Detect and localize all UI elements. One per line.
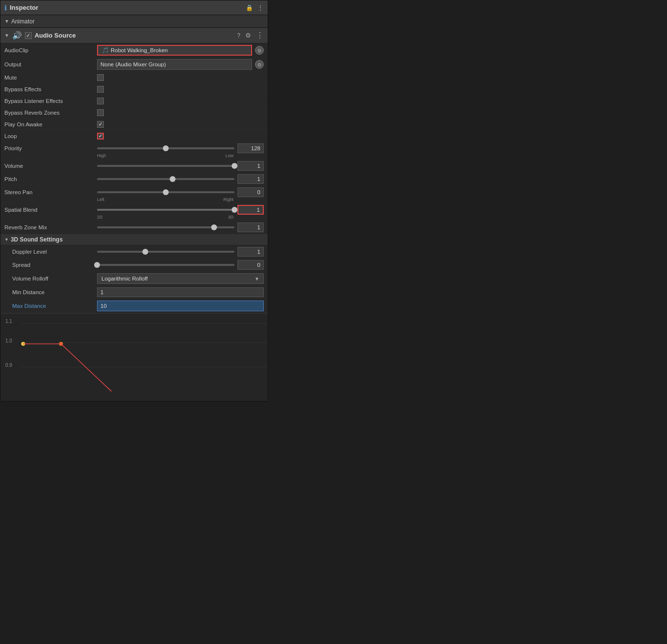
priority-label: Priority [4, 145, 97, 151]
tab-arrow: ▼ [4, 19, 9, 24]
bypass-effects-row: Bypass Effects [0, 83, 268, 95]
audioclip-select-btn[interactable]: ⊙ [255, 46, 264, 55]
speaker-icon: 🔊 [12, 31, 22, 40]
spatial-3d-label: 3D [228, 215, 234, 220]
stereo-pan-slider[interactable] [97, 188, 235, 196]
play-on-awake-checkbox[interactable] [97, 121, 104, 128]
max-distance-label: Max Distance [4, 303, 97, 309]
audioclip-field[interactable]: 🎵 Robot Walking_Broken [97, 45, 252, 56]
stereo-pan-row: Stereo Pan 0 Left Right [0, 186, 268, 203]
output-label: Output [4, 61, 97, 67]
output-value: None (Audio Mixer Group) [100, 61, 166, 67]
doppler-row: Doppler Level 1 [0, 245, 268, 259]
pitch-value[interactable]: 1 [237, 174, 264, 184]
graph-area: 1.1 1.0 0.9 [0, 313, 268, 401]
bypass-reverb-row: Bypass Reverb Zones [0, 107, 268, 119]
play-on-awake-row: Play On Awake [0, 119, 268, 130]
min-distance-row: Min Distance [0, 286, 268, 299]
tab-animator[interactable]: Animator [11, 18, 35, 25]
stereo-left-label: Left [97, 197, 104, 202]
component-title: Audio Source [35, 32, 76, 39]
inspector-title: Inspector [10, 4, 39, 11]
doppler-label: Doppler Level [4, 249, 97, 255]
title-bar: ℹ Inspector 🔒 ⋮ [0, 0, 268, 15]
audioclip-label: AudioClip [4, 47, 97, 53]
spatial-blend-label: Spatial Blend [4, 207, 97, 213]
sound3d-section-header[interactable]: ▼ 3D Sound Settings [0, 234, 268, 245]
priority-slider[interactable] [97, 144, 235, 152]
reverb-mix-row: Reverb Zone Mix 1 [0, 221, 268, 234]
bypass-listener-label: Bypass Listener Effects [4, 98, 97, 104]
volume-rolloff-value: Logarithmic Rolloff [101, 276, 148, 282]
bypass-reverb-checkbox[interactable] [97, 109, 104, 116]
mute-checkbox[interactable] [97, 74, 104, 81]
tab-bar: ▼ Animator [0, 15, 268, 28]
spatial-blend-row: Spatial Blend 1 2D 3D [0, 203, 268, 221]
output-select-btn[interactable]: ⊙ [255, 60, 264, 69]
info-icon: ℹ [4, 4, 7, 12]
spread-value[interactable]: 0 [237, 260, 264, 270]
stereo-pan-value[interactable]: 0 [237, 187, 264, 197]
volume-row: Volume 1 [0, 160, 268, 173]
volume-label: Volume [4, 163, 97, 169]
help-button[interactable]: ? [237, 32, 240, 39]
expand-arrow[interactable]: ▼ [4, 33, 9, 38]
priority-row: Priority 128 High Low [0, 142, 268, 160]
inspector-window: ℹ Inspector 🔒 ⋮ ▼ Animator ▼ 🔊 ✓ Audio S… [0, 0, 268, 402]
spread-row: Spread 0 [0, 259, 268, 272]
pitch-label: Pitch [4, 176, 97, 182]
more-icon[interactable]: ⋮ [257, 4, 264, 12]
bypass-effects-label: Bypass Effects [4, 86, 97, 92]
stereo-right-label: Right [223, 197, 234, 202]
spatial-blend-slider[interactable] [97, 206, 235, 214]
spatial-blend-value[interactable]: 1 [237, 205, 264, 215]
play-on-awake-label: Play On Awake [4, 121, 97, 127]
doppler-slider[interactable] [97, 248, 235, 256]
audioclip-row: AudioClip 🎵 Robot Walking_Broken ⊙ [0, 43, 268, 58]
spread-slider[interactable] [97, 261, 235, 269]
min-distance-label: Min Distance [4, 289, 97, 295]
pitch-slider[interactable] [97, 175, 235, 183]
spread-label: Spread [4, 262, 97, 268]
doppler-value[interactable]: 1 [237, 247, 264, 257]
max-distance-input[interactable] [97, 301, 264, 311]
menu-button[interactable]: ⋮ [256, 31, 264, 40]
section-expand-icon: ▼ [4, 237, 9, 242]
loop-row: Loop [0, 130, 268, 142]
component-header: ▼ 🔊 ✓ Audio Source ? ⚙ ⋮ [0, 28, 268, 43]
bypass-listener-row: Bypass Listener Effects [0, 95, 268, 107]
mute-label: Mute [4, 75, 97, 80]
reverb-mix-value[interactable]: 1 [237, 222, 264, 232]
volume-value[interactable]: 1 [237, 161, 264, 171]
loop-checkbox[interactable] [97, 133, 104, 140]
output-field[interactable]: None (Audio Mixer Group) [97, 59, 252, 70]
max-distance-row: Max Distance [0, 299, 268, 313]
bypass-listener-checkbox[interactable] [97, 98, 104, 104]
output-row: Output None (Audio Mixer Group) ⊙ [0, 58, 268, 72]
mute-row: Mute [0, 72, 268, 83]
volume-rolloff-dropdown[interactable]: Logarithmic Rolloff ▼ [97, 273, 264, 284]
volume-slider[interactable] [97, 162, 235, 170]
audioclip-value: Robot Walking_Broken [111, 47, 168, 53]
music-icon: 🎵 [102, 47, 109, 54]
volume-rolloff-label: Volume Rolloff [4, 276, 97, 282]
min-distance-input[interactable] [97, 287, 264, 297]
reverb-mix-slider[interactable] [97, 223, 235, 231]
reverb-mix-label: Reverb Zone Mix [4, 224, 97, 230]
dropdown-chevron-icon: ▼ [255, 276, 259, 282]
lock-icon[interactable]: 🔒 [246, 4, 253, 11]
loop-label: Loop [4, 133, 97, 139]
priority-value[interactable]: 128 [237, 143, 264, 153]
bypass-reverb-label: Bypass Reverb Zones [4, 110, 97, 116]
component-enable-checkbox[interactable]: ✓ [25, 32, 32, 39]
pitch-row: Pitch 1 [0, 173, 268, 186]
settings-button[interactable]: ⚙ [245, 32, 251, 39]
priority-high-label: High [97, 153, 106, 158]
volume-rolloff-row: Volume Rolloff Logarithmic Rolloff ▼ [0, 272, 268, 286]
bypass-effects-checkbox[interactable] [97, 86, 104, 93]
sound3d-label: 3D Sound Settings [11, 236, 63, 243]
graph-svg [0, 314, 268, 401]
priority-low-label: Low [225, 153, 234, 158]
spatial-2d-label: 2D [97, 215, 103, 220]
stereo-pan-label: Stereo Pan [4, 189, 97, 195]
